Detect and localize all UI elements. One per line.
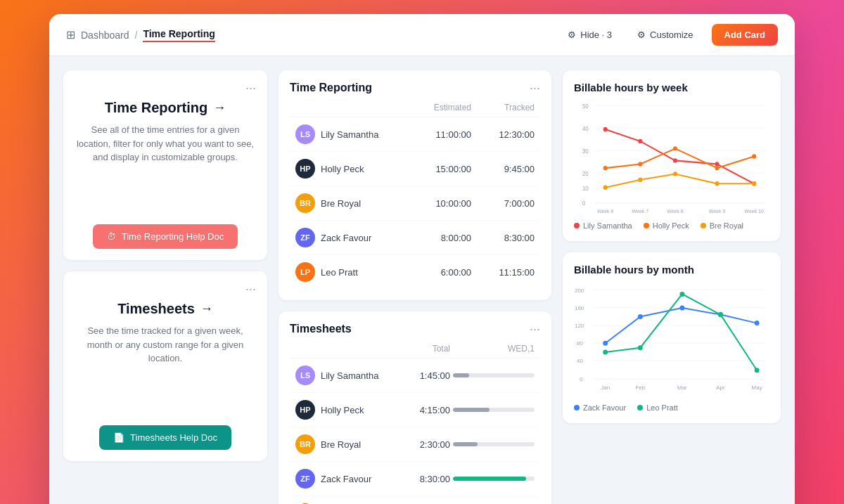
tr-table-row: HP Holly Peck 15:00:00 9:45:00 bbox=[290, 152, 540, 186]
dots-menu-tr[interactable]: ··· bbox=[245, 82, 256, 94]
svg-text:Apr: Apr bbox=[716, 385, 725, 391]
monthly-chart-area: 0 40 80 120 160 200 Jan bbox=[574, 284, 769, 396]
tr-card-title: Time Reporting → bbox=[105, 100, 226, 116]
content: ··· Time Reporting → See all of the time… bbox=[49, 56, 795, 504]
progress-cell bbox=[450, 442, 535, 446]
header-actions: ⚙ Hide · 3 ⚙ Customize Add Card bbox=[561, 24, 778, 46]
svg-text:50: 50 bbox=[582, 103, 589, 109]
header: ⊞ Dashboard / Time Reporting ⚙ Hide · 3 … bbox=[49, 14, 795, 56]
ts-col-total: Total bbox=[394, 344, 450, 354]
filter-icon: ⚙ bbox=[568, 30, 576, 40]
dots-menu-ts-info[interactable]: ··· bbox=[245, 283, 256, 295]
person-name: Bre Royal bbox=[321, 439, 361, 450]
hide-button[interactable]: ⚙ Hide · 3 bbox=[561, 25, 619, 44]
legend-dot-bre bbox=[701, 223, 706, 228]
tr-table-body: LS Lily Samantha 11:00:00 12:30:00 HP Ho… bbox=[290, 117, 540, 289]
svg-point-20 bbox=[715, 162, 720, 166]
legend-label-lily: Lily Samantha bbox=[583, 221, 632, 230]
monthly-chart-svg: 0 40 80 120 160 200 Jan bbox=[574, 284, 769, 396]
dots-menu-tr-table[interactable]: ··· bbox=[530, 82, 540, 94]
svg-text:160: 160 bbox=[575, 305, 584, 311]
svg-text:Week 6: Week 6 bbox=[597, 208, 613, 214]
customize-button[interactable]: ⚙ Customize bbox=[630, 25, 700, 44]
info-card-ts: Timesheets → See the time tracked for a … bbox=[75, 301, 256, 450]
ts-table-title: Timesheets bbox=[290, 323, 352, 335]
tr-help-label: Time Reporting Help Doc bbox=[122, 231, 224, 242]
avatar: HP bbox=[295, 400, 315, 420]
person-name: Holly Peck bbox=[321, 164, 364, 174]
person-cell: LP Leo Pratt bbox=[295, 262, 408, 282]
avatar: ZF bbox=[295, 228, 315, 247]
svg-point-58 bbox=[755, 368, 760, 373]
grid-icon: ⊞ bbox=[66, 28, 75, 41]
ts-desc: See the time tracked for a given week, m… bbox=[75, 324, 256, 366]
avatar: LP bbox=[295, 262, 315, 282]
legend-lily: Lily Samantha bbox=[574, 221, 632, 230]
right-column: Billable hours by week 50 40 30 20 10 0 bbox=[563, 70, 781, 504]
ts-col-wed: WED,1 bbox=[450, 344, 535, 354]
main-container: ⊞ Dashboard / Time Reporting ⚙ Hide · 3 … bbox=[49, 14, 795, 504]
tracked-val: 8:30:00 bbox=[471, 233, 535, 243]
estimated-val: 8:00:00 bbox=[408, 233, 471, 243]
svg-text:40: 40 bbox=[577, 358, 583, 364]
svg-text:20: 20 bbox=[582, 170, 589, 176]
legend-label-zack: Zack Favour bbox=[583, 403, 626, 412]
ts-title-text: Timesheets bbox=[117, 301, 195, 317]
estimated-val: 15:00:00 bbox=[408, 164, 471, 174]
svg-point-55 bbox=[638, 345, 643, 350]
svg-point-26 bbox=[752, 154, 756, 158]
weekly-chart-card: Billable hours by week 50 40 30 20 10 0 bbox=[563, 70, 781, 241]
tr-help-button[interactable]: ⏱ Time Reporting Help Doc bbox=[93, 224, 238, 249]
ts-col-headers: Total WED,1 bbox=[290, 344, 540, 358]
ts-table-row: LS Lily Samantha 1:45:00 bbox=[290, 358, 540, 393]
svg-point-53 bbox=[755, 321, 760, 325]
person-name: Lily Samantha bbox=[321, 370, 378, 381]
breadcrumb: ⊞ Dashboard / Time Reporting bbox=[66, 28, 215, 42]
svg-text:Week 7: Week 7 bbox=[632, 208, 648, 214]
info-card-tr: Time Reporting → See all of the time ent… bbox=[75, 100, 256, 249]
breadcrumb-dashboard[interactable]: Dashboard bbox=[81, 30, 129, 41]
timesheets-info-card: ··· Timesheets → See the time tracked fo… bbox=[63, 271, 267, 461]
tracked-val: 9:45:00 bbox=[471, 164, 535, 174]
svg-point-19 bbox=[673, 158, 677, 162]
avatar: BR bbox=[295, 193, 315, 213]
svg-point-57 bbox=[718, 312, 723, 317]
tr-table-row: BR Bre Royal 10:00:00 7:00:00 bbox=[290, 186, 540, 221]
person-cell: LS Lily Samantha bbox=[295, 366, 394, 385]
card-header-tr: ··· bbox=[75, 82, 256, 94]
svg-text:0: 0 bbox=[580, 376, 583, 382]
card-header-ts-info: ··· bbox=[75, 283, 256, 295]
progress-bar-container bbox=[453, 408, 535, 412]
dots-menu-ts-table[interactable]: ··· bbox=[530, 323, 540, 335]
svg-point-17 bbox=[603, 127, 608, 131]
progress-bar bbox=[453, 408, 490, 412]
estimated-val: 11:00:00 bbox=[408, 129, 471, 140]
ts-col-name bbox=[295, 344, 394, 354]
avatar: LS bbox=[295, 366, 315, 385]
ts-arrow: → bbox=[200, 302, 213, 316]
svg-text:May: May bbox=[752, 385, 762, 391]
tr-table-row: LP Leo Pratt 6:00:00 11:15:00 bbox=[290, 255, 540, 289]
estimated-val: 6:00:00 bbox=[408, 267, 471, 278]
tr-arrow: → bbox=[213, 101, 226, 115]
ts-help-button[interactable]: 📄 Timesheets Help Doc bbox=[99, 425, 231, 450]
tr-col-headers: Estimated Tracked bbox=[290, 103, 540, 117]
monthly-chart-legend: Zack Favour Leo Pratt bbox=[574, 403, 769, 412]
ts-table-row: BR Bre Royal 2:30:00 bbox=[290, 427, 540, 462]
person-name: Zack Favour bbox=[321, 474, 371, 484]
svg-text:Week 9: Week 9 bbox=[709, 208, 725, 214]
person-cell: HP Holly Peck bbox=[295, 159, 408, 179]
ts-help-label: Timesheets Help Doc bbox=[130, 432, 217, 443]
person-name: Lily Samantha bbox=[321, 129, 378, 140]
tr-table-row: LS Lily Samantha 11:00:00 12:30:00 bbox=[290, 117, 540, 152]
weekly-chart-title: Billable hours by week bbox=[574, 82, 769, 93]
total-val: 1:45:00 bbox=[394, 370, 450, 381]
ts-table-row: LP Leo Pratt 10:00:00 bbox=[290, 496, 540, 504]
person-cell: ZF Zack Favour bbox=[295, 228, 408, 247]
estimated-val: 10:00:00 bbox=[408, 198, 471, 209]
add-card-button[interactable]: Add Card bbox=[712, 24, 779, 46]
svg-point-24 bbox=[673, 146, 677, 150]
svg-text:120: 120 bbox=[575, 323, 584, 329]
tr-col-tracked: Tracked bbox=[471, 103, 535, 112]
avatar: ZF bbox=[295, 469, 315, 489]
